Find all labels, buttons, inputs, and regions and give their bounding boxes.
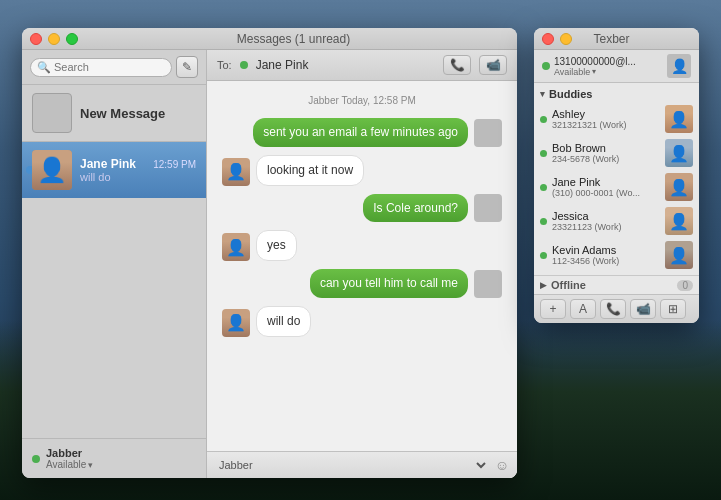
status-chevron-icon[interactable]: ▾ xyxy=(592,67,596,76)
jabber-online-dot xyxy=(32,455,40,463)
jane-online-dot xyxy=(540,184,547,191)
sidebar: 🔍 ✎ New Message Jane xyxy=(22,50,207,478)
message-row: can you tell him to call me xyxy=(222,269,502,298)
kevin-online-dot xyxy=(540,252,547,259)
buddies-section: ▾ Buddies Ashley 321321321 (Work) 👤 Bob … xyxy=(534,83,699,275)
buddy-kevin-adams[interactable]: Kevin Adams 112-3456 (Work) 👤 xyxy=(534,238,699,272)
message-row: 👤 looking at it now xyxy=(222,155,502,186)
conv-time: 12:59 PM xyxy=(153,159,196,170)
offline-label: Offline xyxy=(551,279,586,291)
search-input-wrap[interactable]: 🔍 xyxy=(30,58,172,77)
compose-icon: ✎ xyxy=(182,60,192,74)
font-icon: A xyxy=(579,302,587,316)
call-button[interactable]: 📞 xyxy=(600,299,626,319)
offline-section: ▶ Offline 0 xyxy=(534,275,699,294)
texber-toolbar: + A 📞 📹 ⊞ xyxy=(534,294,699,323)
font-button[interactable]: A xyxy=(570,299,596,319)
chat-input-bar: Jabber ☺ xyxy=(207,451,517,478)
account-number: 13100000000@l... xyxy=(554,56,663,67)
messages-titlebar: Messages (1 unread) xyxy=(22,28,517,50)
buddies-collapse-icon[interactable]: ▾ xyxy=(540,89,545,99)
jane-name: Jane Pink xyxy=(552,176,660,188)
to-label: To: xyxy=(217,59,232,71)
message-bubble: sent you an email a few minutes ago xyxy=(253,118,468,147)
jessica-online-dot xyxy=(540,218,547,225)
ashley-online-dot xyxy=(540,116,547,123)
messages-window: Messages (1 unread) 🔍 ✎ New Message xyxy=(22,28,517,478)
texber-title: Texber xyxy=(534,32,691,46)
account-avatar: 👤 xyxy=(667,54,691,78)
buddy-jessica[interactable]: Jessica 23321123 (Work) 👤 xyxy=(534,204,699,238)
maximize-button[interactable] xyxy=(66,33,78,45)
message-row: 👤 yes xyxy=(222,230,502,261)
chevron-down-icon[interactable]: ▾ xyxy=(88,460,93,470)
search-input[interactable] xyxy=(54,61,165,73)
emoji-button[interactable]: ☺ xyxy=(495,457,509,473)
video-call-button[interactable]: 📹 xyxy=(630,299,656,319)
share-icon: ⊞ xyxy=(668,302,678,316)
video-button[interactable]: 📹 xyxy=(479,55,507,75)
outgoing-avatar xyxy=(474,194,502,222)
phone-icon: 📞 xyxy=(606,302,621,316)
jabber-select[interactable]: Jabber xyxy=(215,458,489,472)
sidebar-spacer xyxy=(22,198,206,438)
new-message-avatar xyxy=(32,93,72,133)
buddy-ashley[interactable]: Ashley 321321321 (Work) 👤 xyxy=(534,102,699,136)
share-button[interactable]: ⊞ xyxy=(660,299,686,319)
message-bubble: can you tell him to call me xyxy=(310,269,468,298)
offline-collapse-icon[interactable]: ▶ xyxy=(540,280,547,290)
ashley-number: 321321321 (Work) xyxy=(552,120,660,130)
date-label: Jabber Today, 12:58 PM xyxy=(222,95,502,106)
phone-button[interactable]: 📞 xyxy=(443,55,471,75)
texber-online-dot xyxy=(542,62,550,70)
incoming-avatar: 👤 xyxy=(222,233,250,261)
compose-button[interactable]: ✎ xyxy=(176,56,198,78)
texber-window: Texber 13100000000@l... Available ▾ 👤 ▾ … xyxy=(534,28,699,323)
jane-number: (310) 000-0001 (Wo... xyxy=(552,188,660,198)
jane-avatar: 👤 xyxy=(665,173,693,201)
jabber-info: Jabber Available ▾ xyxy=(46,447,93,470)
jessica-number: 23321123 (Work) xyxy=(552,222,660,232)
jessica-name: Jessica xyxy=(552,210,660,222)
new-message-label: New Message xyxy=(80,106,165,121)
message-row: Is Cole around? xyxy=(222,194,502,223)
minimize-button[interactable] xyxy=(48,33,60,45)
close-button[interactable] xyxy=(30,33,42,45)
message-bubble: looking at it now xyxy=(256,155,364,186)
chat-area: To: Jane Pink 📞 📹 Jabber Today, 12:58 PM xyxy=(207,50,517,478)
video-icon: 📹 xyxy=(636,302,651,316)
video-icon: 📹 xyxy=(486,58,501,72)
texber-account: 13100000000@l... Available ▾ 👤 xyxy=(534,50,699,83)
bob-number: 234-5678 (Work) xyxy=(552,154,660,164)
message-bubble: will do xyxy=(256,306,311,337)
buddies-label: Buddies xyxy=(549,88,592,100)
contact-name: Jane Pink xyxy=(256,58,309,72)
account-status: Available xyxy=(554,67,590,77)
kevin-avatar: 👤 xyxy=(665,241,693,269)
conversation-jane-pink[interactable]: Jane Pink 12:59 PM will do xyxy=(22,142,206,198)
search-bar: 🔍 ✎ xyxy=(22,50,206,85)
chat-messages: Jabber Today, 12:58 PM sent you an email… xyxy=(207,81,517,451)
bob-avatar: 👤 xyxy=(665,139,693,167)
conv-header: Jane Pink 12:59 PM xyxy=(80,157,196,171)
outgoing-avatar xyxy=(474,270,502,298)
jane-pink-avatar xyxy=(32,150,72,190)
bob-name: Bob Brown xyxy=(552,142,660,154)
jessica-info: Jessica 23321123 (Work) xyxy=(552,210,660,232)
incoming-avatar: 👤 xyxy=(222,158,250,186)
jane-info: Jane Pink (310) 000-0001 (Wo... xyxy=(552,176,660,198)
add-buddy-button[interactable]: + xyxy=(540,299,566,319)
jabber-label: Jabber xyxy=(46,447,93,459)
jabber-account: Jabber Available ▾ xyxy=(22,438,206,478)
traffic-lights xyxy=(30,33,78,45)
add-icon: + xyxy=(549,302,556,316)
window-body: 🔍 ✎ New Message Jane xyxy=(22,50,517,478)
buddy-jane-pink[interactable]: Jane Pink (310) 000-0001 (Wo... 👤 xyxy=(534,170,699,204)
chat-header: To: Jane Pink 📞 📹 xyxy=(207,50,517,81)
kevin-name: Kevin Adams xyxy=(552,244,660,256)
conv-name: Jane Pink xyxy=(80,157,136,171)
message-row: sent you an email a few minutes ago xyxy=(222,118,502,147)
window-title: Messages (1 unread) xyxy=(78,32,509,46)
new-message-item[interactable]: New Message xyxy=(22,85,206,142)
buddy-bob-brown[interactable]: Bob Brown 234-5678 (Work) 👤 xyxy=(534,136,699,170)
